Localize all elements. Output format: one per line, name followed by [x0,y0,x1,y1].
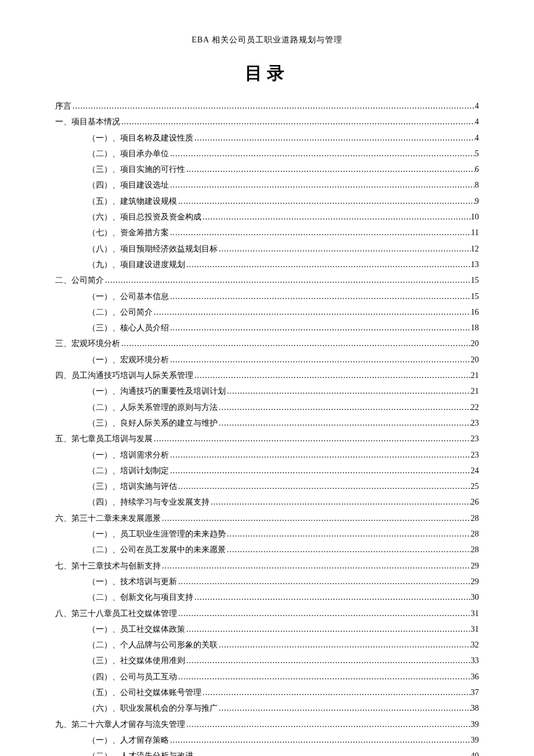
toc-leader-dots [177,193,475,209]
toc-entry-label: （四）、持续学习与专业发展支持 [88,494,210,510]
toc-entry-label: （七）、资金筹措方案 [88,225,169,240]
toc-entry[interactable]: 三、宏观环境分析20 [55,336,479,351]
toc-entry-label: 一、项目基本情况 [55,114,120,129]
toc-entry-page: 21 [471,368,479,383]
toc-entry-page: 8 [475,177,479,193]
toc-leader-dots [210,494,471,510]
toc-leader-dots [169,289,471,304]
toc-entry[interactable]: （二）、项目承办单位5 [55,146,479,161]
toc-entry[interactable]: （二）、人际关系管理的原则与方法22 [55,399,479,415]
toc-leader-dots [104,272,471,288]
toc-entry-page: 39 [471,732,479,748]
toc-entry-label: 九、第二十六章人才留存与流失管理 [55,717,185,732]
toc-entry[interactable]: （五）、建筑物建设规模9 [55,193,479,209]
toc-entry[interactable]: （一）、培训需求分析23 [55,447,479,463]
toc-entry-label: （一）、员工社交媒体政策 [88,621,185,637]
toc-entry-label: （一）、技术培训与更新 [88,574,177,589]
toc-leader-dots [169,177,475,193]
toc-entry[interactable]: （四）、持续学习与专业发展支持26 [55,494,479,510]
toc-leader-dots [169,320,471,336]
toc-entry[interactable]: 六、第三十二章未来发展愿景28 [55,510,479,526]
toc-entry-page: 24 [471,463,479,478]
toc-entry-page: 30 [471,589,479,605]
toc-entry[interactable]: （三）、项目实施的可行性6 [55,161,479,177]
toc-leader-dots [218,399,471,415]
toc-entry-label: 五、第七章员工培训与发展 [55,431,153,447]
toc-entry[interactable]: （二）、公司简介16 [55,304,479,320]
toc-leader-dots [218,415,471,431]
toc-leader-dots [169,146,475,161]
toc-title: 目录 [55,62,479,85]
toc-entry-label: （一）、人才留存策略 [88,732,169,748]
toc-entry-label: （三）、核心人员介绍 [88,320,169,336]
toc-entry-label: （一）、员工职业生涯管理的未来趋势 [88,526,226,542]
toc-leader-dots [169,225,471,240]
toc-entry[interactable]: 八、第三十八章员工社交媒体管理31 [55,606,479,621]
toc-entry[interactable]: 序言4 [55,98,479,114]
toc-entry-label: （三）、社交媒体使用准则 [88,653,185,668]
toc-leader-dots [71,98,475,114]
toc-leader-dots [201,685,471,700]
toc-entry[interactable]: （二）、人才流失分析与改进40 [55,748,479,756]
toc-entry[interactable]: （七）、资金筹措方案11 [55,225,479,240]
toc-entry[interactable]: （一）、宏观环境分析20 [55,352,479,368]
toc-entry[interactable]: （六）、职业发展机会的分享与推广38 [55,700,479,716]
toc-entry-label: （三）、良好人际关系的建立与维护 [88,415,218,431]
toc-leader-dots [161,510,471,526]
toc-entry-page: 10 [471,209,479,225]
toc-entry[interactable]: 一、项目基本情况4 [55,114,479,129]
toc-leader-dots [161,558,471,574]
toc-leader-dots [120,114,475,129]
toc-leader-dots [226,526,471,542]
toc-entry-page: 25 [471,478,479,494]
toc-entry[interactable]: （一）、员工社交媒体政策31 [55,621,479,637]
toc-leader-dots [193,368,471,383]
toc-entry[interactable]: （三）、良好人际关系的建立与维护23 [55,415,479,431]
toc-entry[interactable]: 九、第二十六章人才留存与流失管理39 [55,717,479,732]
table-of-contents: 序言4一、项目基本情况4（一）、项目名称及建设性质4（二）、项目承办单位5（三）… [55,98,479,756]
toc-entry-page: 29 [471,558,479,574]
toc-entry[interactable]: （九）、项目建设进度规划13 [55,257,479,272]
toc-entry-label: （一）、培训需求分析 [88,447,169,463]
toc-entry[interactable]: 二、公司简介15 [55,272,479,288]
toc-entry[interactable]: （一）、人才留存策略39 [55,732,479,748]
toc-entry[interactable]: （三）、培训实施与评估25 [55,478,479,494]
toc-entry[interactable]: （一）、公司基本信息15 [55,289,479,304]
toc-entry[interactable]: （一）、技术培训与更新29 [55,574,479,589]
toc-entry[interactable]: （八）、项目预期经济效益规划目标12 [55,241,479,257]
toc-entry-label: （五）、建筑物建设规模 [88,193,177,209]
toc-entry[interactable]: （一）、员工职业生涯管理的未来趋势28 [55,526,479,542]
toc-entry[interactable]: （一）、项目名称及建设性质4 [55,130,479,146]
toc-entry-label: （四）、项目建设选址 [88,177,169,193]
toc-entry[interactable]: 四、员工沟通技巧培训与人际关系管理21 [55,368,479,383]
toc-entry-page: 12 [471,241,479,257]
toc-entry-page: 26 [471,494,479,510]
toc-entry-page: 4 [475,114,479,129]
toc-entry[interactable]: （一）、沟通技巧的重要性及培训计划21 [55,383,479,399]
toc-entry-page: 31 [471,606,479,621]
toc-leader-dots [226,542,471,557]
toc-entry-page: 16 [471,304,479,320]
toc-entry[interactable]: （二）、培训计划制定24 [55,463,479,478]
toc-entry-label: （一）、宏观环境分析 [88,352,169,368]
toc-entry[interactable]: （六）、项目总投资及资金构成10 [55,209,479,225]
toc-entry[interactable]: （四）、项目建设选址8 [55,177,479,193]
toc-entry[interactable]: 五、第七章员工培训与发展23 [55,431,479,447]
toc-entry[interactable]: （二）、创新文化与项目支持30 [55,589,479,605]
toc-entry[interactable]: 七、第十三章技术与创新支持29 [55,558,479,574]
toc-leader-dots [177,478,471,494]
toc-leader-dots [201,209,471,225]
toc-entry[interactable]: （三）、核心人员介绍18 [55,320,479,336]
toc-entry[interactable]: （三）、社交媒体使用准则33 [55,653,479,668]
toc-leader-dots [169,732,471,748]
toc-entry[interactable]: （二）、公司在员工发展中的未来愿景28 [55,542,479,557]
toc-entry-page: 15 [471,289,479,304]
toc-entry-label: 序言 [55,98,71,114]
toc-leader-dots [169,463,471,478]
toc-entry[interactable]: （四）、公司与员工互动36 [55,669,479,685]
toc-entry[interactable]: （五）、公司社交媒体账号管理37 [55,685,479,700]
toc-entry-label: （八）、项目预期经济效益规划目标 [88,241,218,257]
toc-entry[interactable]: （二）、个人品牌与公司形象的关联32 [55,637,479,653]
toc-entry-page: 28 [471,510,479,526]
toc-entry-label: （五）、公司社交媒体账号管理 [88,685,201,700]
